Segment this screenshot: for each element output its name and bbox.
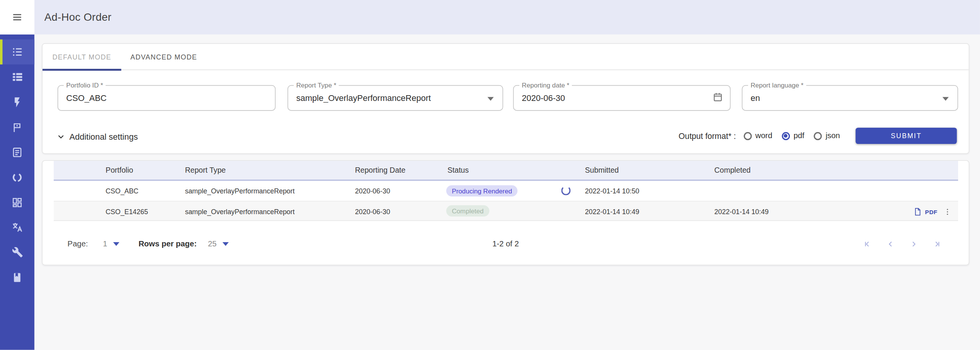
status-badge: Completed [446,205,489,216]
chevron-right-icon [909,240,918,249]
page-value: 1 [103,240,107,249]
page-select-caret-icon[interactable] [113,242,119,246]
tab-default-mode[interactable]: DEFAULT MODE [43,44,121,70]
first-page-icon [863,240,872,249]
report-type-select[interactable]: Report Type * sample_OverlayPerformanceR… [287,85,503,111]
main-content: DEFAULT MODE ADVANCED MODE Portfolio ID … [34,35,980,350]
orders-table-card: Portfolio Report Type Reporting Date Sta… [42,160,969,265]
report-language-value: en [750,93,760,102]
radio-word-label: word [755,131,772,140]
pdf-button-label: PDF [925,208,937,215]
data-usage-icon [11,171,23,183]
additional-settings-toggle[interactable]: Additional settings [57,129,138,144]
dashboard-icon [11,196,23,208]
reporting-date-field[interactable]: Reporting date * 2020-06-30 [513,85,730,111]
document-icon [11,146,23,158]
previous-page-button[interactable] [886,240,895,249]
row-actions: PDF [913,201,952,221]
cell-report-type: sample_OverlayPerformanceReport [185,181,295,201]
report-type-value: sample_OverlayPerformanceReport [296,93,431,102]
column-header-submitted: Submitted [585,161,619,180]
table-row: CSO_ABC sample_OverlayPerformanceReport … [54,181,958,201]
tab-advanced-mode-label: ADVANCED MODE [130,53,197,61]
pdf-download-button[interactable]: PDF [913,207,937,216]
column-header-portfolio: Portfolio [106,161,133,180]
report-language-label: Report language * [748,81,806,89]
sidebar-item-list[interactable] [0,64,34,89]
wrench-icon [11,246,23,258]
next-page-button[interactable] [909,240,918,249]
reporting-date-label: Reporting date * [519,81,572,89]
sidebar-item-orders[interactable] [0,40,34,64]
tab-default-mode-label: DEFAULT MODE [53,53,112,61]
output-format-group: Output format* : word pdf json [679,128,840,144]
sidebar-item-bookmarks[interactable] [0,265,34,290]
submit-button[interactable]: SUBMIT [855,128,957,144]
report-type-label: Report Type * [294,81,338,89]
rows-per-page-value: 25 [208,240,217,249]
cell-portfolio: CSO_ABC [106,181,139,201]
translate-icon [11,221,24,234]
page-title: Ad-Hoc Order [44,11,112,24]
row-menu-button[interactable] [943,207,952,216]
cell-reporting-date: 2020-06-30 [355,181,390,201]
flash-icon [11,96,23,108]
column-header-status: Status [448,161,469,180]
radio-option-word[interactable]: word [744,131,772,140]
reporting-date-value: 2020-06-30 [522,93,565,102]
report-language-select[interactable]: Report language * en [742,85,958,111]
sidebar-item-tools[interactable] [0,240,34,265]
file-pdf-icon [913,207,922,216]
dropdown-caret-icon [488,97,494,101]
cell-completed: 2022-01-14 10:49 [714,201,769,221]
sidebar-item-translate[interactable] [0,215,34,239]
chevron-down-icon [57,132,65,140]
dropdown-caret-icon [942,97,949,101]
portfolio-id-value: CSO_ABC [66,93,107,102]
portfolio-id-label: Portfolio ID * [64,81,105,89]
table-row: CSO_E14265 sample_OverlayPerformanceRepo… [54,201,958,221]
flag-icon [11,121,23,133]
hamburger-menu-icon[interactable] [12,12,23,23]
radio-pdf[interactable] [781,132,790,140]
column-header-reporting-date: Reporting Date [355,161,405,180]
radio-pdf-label: pdf [793,131,804,140]
cell-portfolio: CSO_E14265 [106,201,148,221]
last-page-button[interactable] [932,240,941,249]
pagination-controls-left: Page: 1 Rows per page: 25 [67,235,228,254]
cell-report-type: sample_OverlayPerformanceReport [185,201,295,221]
radio-word[interactable] [744,132,752,140]
list-rows-icon [11,71,24,83]
cell-submitted: 2022-01-14 10:49 [585,201,639,221]
sidebar-item-flash[interactable] [0,89,34,114]
adhoc-order-form-card: DEFAULT MODE ADVANCED MODE Portfolio ID … [42,43,969,154]
sidebar-item-data-usage[interactable] [0,165,34,190]
radio-json[interactable] [814,132,822,140]
table-pagination: Page: 1 Rows per page: 25 1-2 of 2 [43,235,969,254]
app-header: Ad-Hoc Order [34,0,980,35]
sidebar-item-documents[interactable] [0,140,34,165]
status-badge: Producing Rendered [446,185,517,196]
radio-option-json[interactable]: json [814,131,840,140]
cell-submitted: 2022-01-14 10:50 [585,181,639,201]
sidebar-header [0,0,34,35]
portfolio-id-field[interactable]: Portfolio ID * CSO_ABC [57,85,276,111]
kebab-menu-icon [943,207,952,216]
radio-option-pdf[interactable]: pdf [781,131,804,140]
mode-tabs: DEFAULT MODE ADVANCED MODE [43,44,969,70]
additional-settings-label: Additional settings [69,132,138,141]
output-format-label: Output format* : [679,131,736,140]
column-header-completed: Completed [714,161,751,180]
column-header-report-type: Report Type [185,161,226,180]
sidebar-item-flag[interactable] [0,114,34,139]
cell-reporting-date: 2020-06-30 [355,201,390,221]
sidebar-item-dashboard[interactable] [0,190,34,215]
calendar-icon[interactable] [712,91,723,104]
last-page-icon [932,240,941,249]
pagination-controls-right [863,235,941,254]
list-toc-icon [11,46,24,58]
rows-per-page-label: Rows per page: [138,240,197,249]
rows-per-page-caret-icon[interactable] [222,242,228,246]
first-page-button[interactable] [863,240,872,249]
tab-advanced-mode[interactable]: ADVANCED MODE [121,44,206,70]
